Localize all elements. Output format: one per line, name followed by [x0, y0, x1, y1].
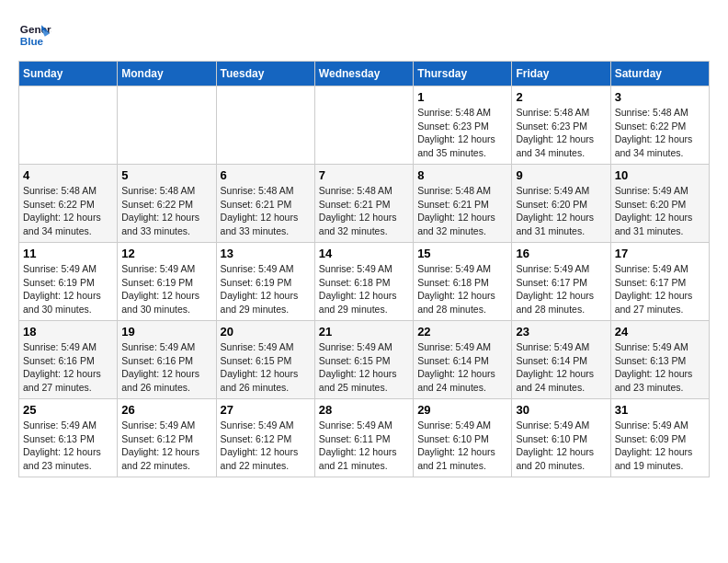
day-info: Sunrise: 5:49 AM Sunset: 6:13 PM Dayligh…: [615, 340, 705, 395]
day-number: 16: [516, 247, 606, 260]
day-info: Sunrise: 5:48 AM Sunset: 6:22 PM Dayligh…: [615, 106, 705, 160]
day-info: Sunrise: 5:49 AM Sunset: 6:20 PM Dayligh…: [516, 184, 606, 238]
day-number: 20: [221, 325, 311, 339]
day-number: 4: [23, 168, 113, 182]
day-cell: 19Sunrise: 5:49 AM Sunset: 6:16 PM Dayli…: [118, 321, 216, 399]
day-number: 19: [121, 325, 211, 339]
day-number: 22: [417, 325, 507, 339]
week-row-4: 18Sunrise: 5:49 AM Sunset: 6:16 PM Dayli…: [19, 321, 710, 399]
day-cell: 24Sunrise: 5:49 AM Sunset: 6:13 PM Dayli…: [610, 321, 709, 399]
day-cell: 1Sunrise: 5:48 AM Sunset: 6:23 PM Daylig…: [414, 86, 512, 165]
day-number: 31: [615, 403, 705, 417]
day-number: 29: [417, 403, 507, 417]
day-info: Sunrise: 5:49 AM Sunset: 6:18 PM Dayligh…: [417, 262, 507, 316]
day-cell: 2Sunrise: 5:48 AM Sunset: 6:23 PM Daylig…: [512, 86, 610, 165]
day-number: 13: [221, 247, 311, 260]
page-header: General Blue: [18, 18, 710, 52]
day-number: 28: [319, 403, 409, 417]
day-info: Sunrise: 5:48 AM Sunset: 6:22 PM Dayligh…: [121, 184, 211, 238]
calendar-header-row: SundayMondayTuesdayWednesdayThursdayFrid…: [19, 62, 710, 86]
day-number: 15: [417, 247, 507, 260]
header-cell-tuesday: Tuesday: [216, 62, 314, 86]
day-info: Sunrise: 5:49 AM Sunset: 6:16 PM Dayligh…: [121, 340, 211, 395]
day-number: 7: [319, 168, 409, 182]
day-cell: 16Sunrise: 5:49 AM Sunset: 6:17 PM Dayli…: [512, 243, 610, 321]
day-cell: 10Sunrise: 5:49 AM Sunset: 6:20 PM Dayli…: [610, 165, 709, 243]
day-number: 26: [121, 403, 211, 417]
header-cell-sunday: Sunday: [19, 62, 118, 86]
calendar-body: 1Sunrise: 5:48 AM Sunset: 6:23 PM Daylig…: [19, 86, 710, 477]
day-cell: 15Sunrise: 5:49 AM Sunset: 6:18 PM Dayli…: [414, 243, 512, 321]
day-number: 3: [615, 90, 705, 104]
day-cell: [118, 86, 216, 165]
logo: General Blue: [18, 18, 51, 52]
day-cell: 26Sunrise: 5:49 AM Sunset: 6:12 PM Dayli…: [118, 399, 216, 477]
day-cell: 6Sunrise: 5:48 AM Sunset: 6:21 PM Daylig…: [216, 165, 314, 243]
day-number: 9: [516, 168, 606, 182]
day-cell: 25Sunrise: 5:49 AM Sunset: 6:13 PM Dayli…: [19, 399, 118, 477]
day-cell: 4Sunrise: 5:48 AM Sunset: 6:22 PM Daylig…: [19, 165, 118, 243]
day-cell: 9Sunrise: 5:49 AM Sunset: 6:20 PM Daylig…: [512, 165, 610, 243]
day-info: Sunrise: 5:49 AM Sunset: 6:18 PM Dayligh…: [319, 262, 409, 316]
day-number: 18: [23, 325, 113, 339]
day-info: Sunrise: 5:48 AM Sunset: 6:21 PM Dayligh…: [221, 184, 311, 238]
header-cell-wednesday: Wednesday: [314, 62, 413, 86]
day-number: 27: [221, 403, 311, 417]
day-info: Sunrise: 5:49 AM Sunset: 6:19 PM Dayligh…: [23, 262, 113, 316]
day-cell: 29Sunrise: 5:49 AM Sunset: 6:10 PM Dayli…: [414, 399, 512, 477]
day-cell: 11Sunrise: 5:49 AM Sunset: 6:19 PM Dayli…: [19, 243, 118, 321]
week-row-2: 4Sunrise: 5:48 AM Sunset: 6:22 PM Daylig…: [19, 165, 710, 243]
day-number: 21: [319, 325, 409, 339]
day-number: 11: [23, 247, 113, 260]
day-cell: 23Sunrise: 5:49 AM Sunset: 6:14 PM Dayli…: [512, 321, 610, 399]
day-cell: 13Sunrise: 5:49 AM Sunset: 6:19 PM Dayli…: [216, 243, 314, 321]
day-number: 30: [516, 403, 606, 417]
day-number: 2: [516, 90, 606, 104]
day-number: 24: [615, 325, 705, 339]
day-cell: 18Sunrise: 5:49 AM Sunset: 6:16 PM Dayli…: [19, 321, 118, 399]
day-cell: 20Sunrise: 5:49 AM Sunset: 6:15 PM Dayli…: [216, 321, 314, 399]
logo-icon: General Blue: [18, 18, 51, 52]
day-number: 1: [417, 90, 507, 104]
day-cell: 31Sunrise: 5:49 AM Sunset: 6:09 PM Dayli…: [610, 399, 709, 477]
day-info: Sunrise: 5:49 AM Sunset: 6:10 PM Dayligh…: [417, 419, 507, 473]
day-number: 25: [23, 403, 113, 417]
day-cell: 7Sunrise: 5:48 AM Sunset: 6:21 PM Daylig…: [314, 165, 413, 243]
day-info: Sunrise: 5:49 AM Sunset: 6:11 PM Dayligh…: [319, 419, 409, 473]
calendar-table: SundayMondayTuesdayWednesdayThursdayFrid…: [18, 61, 710, 477]
day-cell: 8Sunrise: 5:48 AM Sunset: 6:21 PM Daylig…: [414, 165, 512, 243]
day-info: Sunrise: 5:48 AM Sunset: 6:23 PM Dayligh…: [516, 106, 606, 160]
day-info: Sunrise: 5:48 AM Sunset: 6:21 PM Dayligh…: [319, 184, 409, 238]
day-cell: [314, 86, 413, 165]
week-row-3: 11Sunrise: 5:49 AM Sunset: 6:19 PM Dayli…: [19, 243, 710, 321]
day-info: Sunrise: 5:49 AM Sunset: 6:17 PM Dayligh…: [516, 262, 606, 316]
day-info: Sunrise: 5:49 AM Sunset: 6:13 PM Dayligh…: [23, 419, 113, 473]
day-cell: 27Sunrise: 5:49 AM Sunset: 6:12 PM Dayli…: [216, 399, 314, 477]
week-row-1: 1Sunrise: 5:48 AM Sunset: 6:23 PM Daylig…: [19, 86, 710, 165]
day-info: Sunrise: 5:49 AM Sunset: 6:19 PM Dayligh…: [221, 262, 311, 316]
day-cell: 22Sunrise: 5:49 AM Sunset: 6:14 PM Dayli…: [414, 321, 512, 399]
header-cell-saturday: Saturday: [610, 62, 709, 86]
day-number: 12: [121, 247, 211, 260]
day-info: Sunrise: 5:49 AM Sunset: 6:12 PM Dayligh…: [221, 419, 311, 473]
day-number: 23: [516, 325, 606, 339]
day-info: Sunrise: 5:49 AM Sunset: 6:15 PM Dayligh…: [319, 340, 409, 395]
day-cell: 21Sunrise: 5:49 AM Sunset: 6:15 PM Dayli…: [314, 321, 413, 399]
day-info: Sunrise: 5:49 AM Sunset: 6:10 PM Dayligh…: [516, 419, 606, 473]
day-cell: 3Sunrise: 5:48 AM Sunset: 6:22 PM Daylig…: [610, 86, 709, 165]
day-cell: 30Sunrise: 5:49 AM Sunset: 6:10 PM Dayli…: [512, 399, 610, 477]
day-cell: [19, 86, 118, 165]
day-number: 8: [417, 168, 507, 182]
week-row-5: 25Sunrise: 5:49 AM Sunset: 6:13 PM Dayli…: [19, 399, 710, 477]
header-cell-monday: Monday: [118, 62, 216, 86]
day-cell: 28Sunrise: 5:49 AM Sunset: 6:11 PM Dayli…: [314, 399, 413, 477]
day-cell: 17Sunrise: 5:49 AM Sunset: 6:17 PM Dayli…: [610, 243, 709, 321]
header-cell-friday: Friday: [512, 62, 610, 86]
day-info: Sunrise: 5:49 AM Sunset: 6:20 PM Dayligh…: [615, 184, 705, 238]
header-cell-thursday: Thursday: [414, 62, 512, 86]
day-info: Sunrise: 5:48 AM Sunset: 6:23 PM Dayligh…: [417, 106, 507, 160]
day-info: Sunrise: 5:49 AM Sunset: 6:19 PM Dayligh…: [121, 262, 211, 316]
day-cell: 14Sunrise: 5:49 AM Sunset: 6:18 PM Dayli…: [314, 243, 413, 321]
day-info: Sunrise: 5:48 AM Sunset: 6:22 PM Dayligh…: [23, 184, 113, 238]
day-number: 17: [615, 247, 705, 260]
